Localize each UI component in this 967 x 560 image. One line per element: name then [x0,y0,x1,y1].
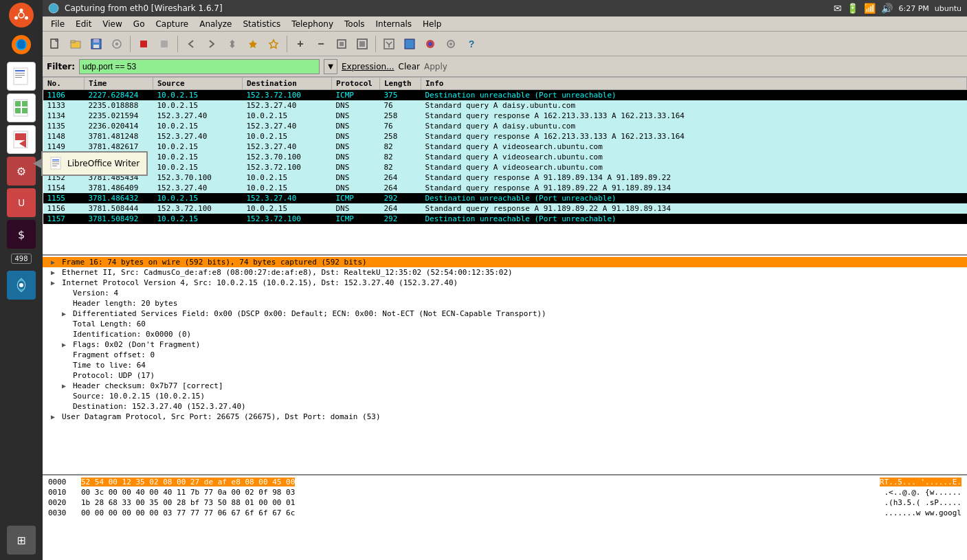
table-row[interactable]: 11493781.48261710.0.2.15152.3.27.40DNS82… [43,142,967,152]
system-mail-icon: ✉ [834,3,842,14]
toolbar-btn-forward[interactable] [202,34,221,54]
table-row[interactable]: 11352236.02041410.0.2.15152.3.27.40DNS76… [43,121,967,131]
menu-item-tools[interactable]: Tools [339,18,370,30]
detail-row[interactable]: Destination: 152.3.27.40 (152.3.27.40) [43,401,967,412]
table-row[interactable]: 11513781.48268910.0.2.15152.3.72.100DNS8… [43,162,967,172]
filter-dropdown-button[interactable]: ▼ [324,59,337,74]
toolbar-btn-mark[interactable] [243,34,263,54]
detail-row[interactable]: Total Length: 60 [43,319,967,329]
toolbar-btn-display-filters[interactable] [400,34,419,54]
toolbar-btn-unmark[interactable] [264,34,283,54]
toolbar-sep-3 [287,36,287,52]
detail-row[interactable]: ▶Ethernet II, Src: CadmusCo_de:af:e8 (08… [43,267,967,278]
sidebar-item-app1[interactable]: ⚙ [7,157,36,186]
filter-apply-button[interactable]: Apply [424,62,447,71]
toolbar-btn-capture-filters[interactable] [379,34,399,54]
window-title: Capturing from eth0 [Wireshark 1.6.7] [65,3,223,13]
toolbar-btn-scroll[interactable] [223,34,242,54]
detail-row[interactable]: ▶Header checksum: 0x7b77 [correct] [43,381,967,391]
filter-clear-button[interactable]: Clear [399,62,420,71]
filter-expression-button[interactable]: Expression... [342,62,394,71]
toolbar: + − ? [43,32,967,56]
packet-detail[interactable]: ▶Frame 16: 74 bytes on wire (592 bits), … [43,256,967,475]
detail-row[interactable]: Version: 4 [43,288,967,298]
svg-rect-33 [340,42,344,46]
detail-row[interactable]: ▶Differentiated Services Field: 0x00 (DS… [43,309,967,319]
tooltip-overlay: LibreOffice Writer [41,151,148,176]
svg-rect-45 [52,166,57,166]
packet-list[interactable]: No. Time Source Destination Protocol Len… [43,77,967,256]
menu-item-capture[interactable]: Capture [150,18,194,30]
table-row[interactable]: 11062227.62842410.0.2.15152.3.72.100ICMP… [43,90,967,101]
sidebar-item-app2[interactable]: U [7,188,36,217]
svg-rect-26 [93,39,99,43]
sidebar-item-wireshark[interactable] [7,271,36,300]
toolbar-btn-restart[interactable] [155,34,174,54]
detail-row[interactable]: ▶Flags: 0x02 (Don't Fragment) [43,339,967,350]
detail-row[interactable]: Identification: 0x0000 (0) [43,329,967,339]
detail-row[interactable]: ▶Internet Protocol Version 4, Src: 10.0.… [43,278,967,288]
menu-item-file[interactable]: File [45,18,70,30]
detail-row[interactable]: Fragment offset: 0 [43,350,967,360]
toolbar-btn-open[interactable] [66,34,85,54]
sidebar-item-impress[interactable] [7,125,36,154]
sidebar-item-ubuntu[interactable] [9,3,34,27]
detail-row[interactable]: Protocol: UDP (17) [43,370,967,381]
hex-row: 003000 00 00 00 00 00 03 77 77 77 06 67 … [43,508,967,518]
table-row[interactable]: 11553781.48643210.0.2.15152.3.27.40ICMP2… [43,193,967,203]
table-row[interactable]: 11503781.48265710.0.2.15152.3.70.100DNS8… [43,152,967,162]
table-row[interactable]: 11332235.01888810.0.2.15152.3.27.40DNS76… [43,100,967,111]
detail-row[interactable]: Time to live: 64 [43,360,967,370]
writer-icon [49,157,63,170]
expand-icon: ▶ [51,279,59,287]
svg-point-39 [428,42,432,46]
menubar: FileEditViewGoCaptureAnalyzeStatisticsTe… [43,16,967,32]
sidebar-item-terminal[interactable]: $ [7,220,36,249]
svg-rect-31 [161,41,168,47]
menu-item-help[interactable]: Help [417,18,447,30]
detail-row[interactable]: ▶Frame 16: 74 bytes on wire (592 bits), … [43,257,967,267]
toolbar-btn-prefs[interactable] [441,34,460,54]
sidebar-item-firefox[interactable] [7,30,36,59]
table-row[interactable]: 11342235.021594152.3.27.4010.0.2.15DNS25… [43,111,967,121]
toolbar-btn-back[interactable] [181,34,201,54]
toolbar-sep-1 [130,36,131,52]
hex-dump[interactable]: 000052 54 00 12 35 02 08 00 27 de af e8 … [43,475,967,560]
col-destination: Destination [243,78,332,90]
menu-item-statistics[interactable]: Statistics [237,18,286,30]
toolbar-btn-new[interactable] [45,34,65,54]
table-row[interactable]: 11563781.508444152.3.72.10010.0.2.15DNS2… [43,203,967,214]
hex-row: 001000 3c 00 00 40 00 40 11 7b 77 0a 00 … [43,487,967,497]
toolbar-btn-help[interactable]: ? [462,34,481,54]
svg-point-29 [115,43,118,45]
detail-row[interactable]: Header length: 20 bytes [43,298,967,309]
sidebar-item-bottom[interactable]: ⊞ [7,526,36,555]
toolbar-btn-zoom-out[interactable]: − [311,34,331,54]
menu-item-telephony[interactable]: Telephony [286,18,339,30]
toolbar-btn-zoom-in[interactable]: + [291,34,310,54]
menu-item-analyze[interactable]: Analyze [194,18,237,30]
toolbar-btn-zoom-fit[interactable] [332,34,351,54]
toolbar-btn-capture-options[interactable] [107,34,126,54]
toolbar-btn-coloring[interactable] [421,34,440,54]
table-row[interactable]: 11573781.50849210.0.2.15152.3.72.100ICMP… [43,214,967,224]
menu-item-view[interactable]: View [97,18,127,30]
svg-point-2 [25,16,28,20]
sidebar-item-calc[interactable] [7,93,36,122]
titlebar-left: Capturing from eth0 [Wireshark 1.6.7] [48,3,223,14]
table-row[interactable]: 11523781.485434152.3.70.10010.0.2.15DNS2… [43,172,967,183]
detail-row[interactable]: ▶User Datagram Protocol, Src Port: 26675… [43,412,967,422]
table-row[interactable]: 11483781.481248152.3.27.4010.0.2.15DNS25… [43,131,967,142]
col-info: Info [421,78,967,90]
menu-item-edit[interactable]: Edit [70,18,97,30]
filter-input[interactable] [79,59,320,74]
table-row[interactable]: 11543781.486409152.3.27.4010.0.2.15DNS26… [43,183,967,193]
menu-item-go[interactable]: Go [128,18,151,30]
toolbar-btn-resize[interactable] [353,34,372,54]
sidebar-item-writer[interactable] [7,62,36,91]
tooltip-arrow [33,158,43,169]
menu-item-internals[interactable]: Internals [370,18,418,30]
toolbar-btn-stop[interactable] [134,34,153,54]
detail-row[interactable]: Source: 10.0.2.15 (10.0.2.15) [43,391,967,401]
toolbar-btn-save[interactable] [87,34,106,54]
